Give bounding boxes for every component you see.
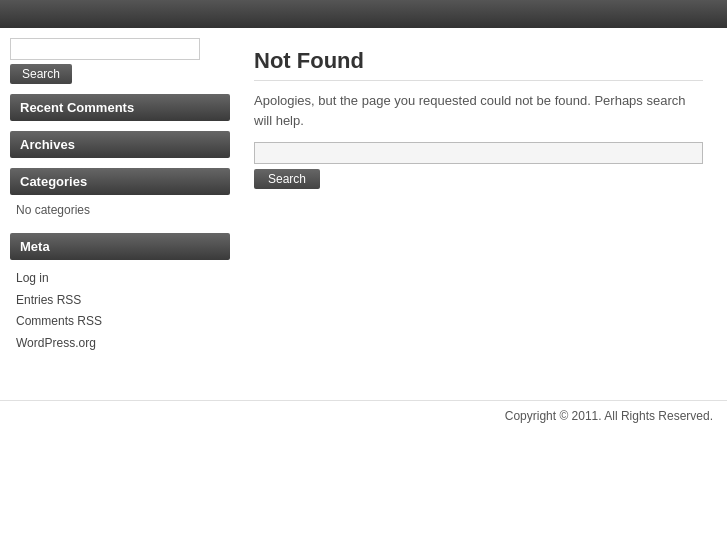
sidebar-categories-section: Categories No categories [10,168,230,223]
recent-comments-header: Recent Comments [10,94,230,121]
meta-comments-rss-link[interactable]: Comments RSS [16,311,224,333]
categories-header: Categories [10,168,230,195]
archives-header: Archives [10,131,230,158]
sidebar-search-section: Search [10,38,230,84]
content-area: Search Recent Comments Archives Categori… [0,28,727,380]
meta-header: Meta [10,233,230,260]
sidebar-recent-comments-section: Recent Comments [10,94,230,121]
sidebar-meta-section: Meta Log in Entries RSS Comments RSS Wor… [10,233,230,360]
meta-login-link[interactable]: Log in [16,268,224,290]
copyright-text: Copyright © 2011. All Rights Reserved. [505,409,713,423]
page-wrapper: Search Recent Comments Archives Categori… [0,0,727,545]
meta-wordpress-org-link[interactable]: WordPress.org [16,333,224,355]
page-title: Not Found [254,48,703,81]
meta-content: Log in Entries RSS Comments RSS WordPres… [10,264,230,360]
footer-copyright: Copyright © 2011. All Rights Reserved. [0,400,727,427]
sidebar-archives-section: Archives [10,131,230,158]
no-categories-text: No categories [16,203,90,217]
categories-content: No categories [10,199,230,223]
sidebar-search-button[interactable]: Search [10,64,72,84]
top-bar [0,0,727,28]
main-content: Not Found Apologies, but the page you re… [240,38,717,370]
meta-entries-rss-link[interactable]: Entries RSS [16,290,224,312]
sidebar-search-input[interactable] [10,38,200,60]
sidebar: Search Recent Comments Archives Categori… [10,38,230,370]
not-found-description: Apologies, but the page you requested co… [254,91,703,130]
main-search-button[interactable]: Search [254,169,320,189]
main-search-input[interactable] [254,142,703,164]
